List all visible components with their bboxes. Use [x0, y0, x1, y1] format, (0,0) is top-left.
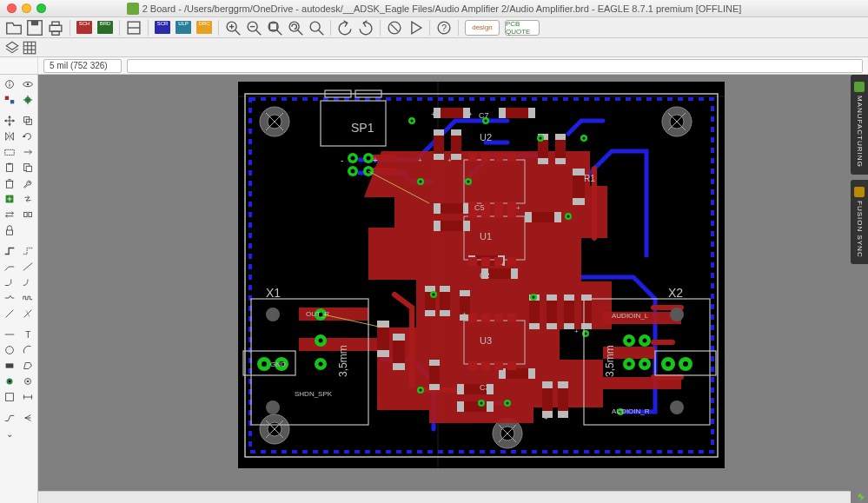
go-button[interactable] — [406, 19, 425, 36]
wire-tool-2[interactable] — [19, 259, 38, 275]
window-close-button[interactable] — [7, 3, 17, 13]
display-tool[interactable] — [0, 92, 19, 108]
manufacturing-tab[interactable]: MANUFACTURING — [851, 75, 868, 175]
svg-rect-132 — [434, 203, 441, 214]
wire-tool[interactable] — [0, 259, 19, 275]
design-link-button[interactable]: design — [465, 20, 500, 36]
lib-button[interactable] — [124, 19, 143, 36]
move-tool[interactable] — [0, 113, 19, 129]
replace-tool[interactable] — [19, 191, 38, 207]
svg-line-18 — [298, 30, 303, 35]
script-button[interactable]: SCR — [153, 19, 172, 36]
rect-tool[interactable] — [0, 358, 19, 374]
window-maximize-button[interactable] — [36, 3, 46, 13]
horizontal-scrollbar[interactable] — [38, 491, 851, 503]
svg-marker-76 — [24, 363, 32, 369]
grid-button[interactable] — [22, 39, 37, 56]
change-tool[interactable] — [19, 144, 38, 160]
undo-button[interactable] — [335, 19, 354, 36]
svg-text:C3: C3 — [480, 383, 490, 392]
rotate-tool[interactable] — [19, 129, 38, 144]
svg-point-263 — [433, 294, 435, 296]
info-tool[interactable] — [0, 76, 19, 92]
smash-tool[interactable] — [19, 222, 38, 238]
mark-tool[interactable] — [19, 92, 38, 108]
line-tool[interactable] — [0, 306, 19, 321]
svg-rect-212 — [494, 314, 503, 322]
svg-rect-54 — [5, 149, 15, 155]
group-tool[interactable] — [0, 144, 19, 160]
svg-rect-58 — [27, 166, 32, 171]
delete-tool[interactable] — [0, 175, 19, 191]
print-button[interactable] — [46, 19, 65, 36]
svg-text:U2: U2 — [480, 132, 492, 142]
mirror-tool[interactable] — [0, 129, 19, 144]
pcb-canvas[interactable]: SP1 U2 U1 U3 C7 C5 C2 C3 R1 X1 X2 OUT_R … — [38, 75, 868, 503]
zoom-fit-button[interactable] — [265, 19, 284, 36]
attribute-tool[interactable] — [0, 389, 19, 405]
text-tool[interactable]: T — [19, 327, 38, 342]
redo-button[interactable] — [356, 19, 375, 36]
via-tool[interactable] — [0, 374, 19, 389]
svg-rect-151 — [440, 310, 450, 316]
zoom-select-button[interactable] — [307, 19, 326, 36]
svg-rect-4 — [52, 31, 59, 35]
zoom-out-button[interactable] — [244, 19, 263, 36]
gateswap-tool[interactable] — [19, 207, 38, 222]
split-tool[interactable] — [0, 290, 19, 306]
svg-rect-199 — [507, 202, 516, 210]
svg-point-231 — [319, 362, 323, 367]
autoroute-tool[interactable] — [0, 410, 19, 426]
brd-button[interactable]: BRD — [96, 19, 115, 36]
svg-rect-169 — [377, 350, 389, 357]
svg-text:?: ? — [441, 23, 447, 33]
svg-point-229 — [319, 339, 323, 343]
help-button[interactable]: ? — [434, 19, 454, 36]
svg-rect-204 — [507, 209, 516, 218]
save-button[interactable] — [25, 19, 44, 36]
ripup-tool[interactable] — [19, 243, 38, 259]
svg-rect-195 — [507, 153, 516, 162]
polygon-tool[interactable] — [19, 358, 38, 374]
svg-line-15 — [277, 30, 282, 35]
stop-button[interactable] — [385, 19, 404, 36]
miter-tool-2[interactable] — [19, 275, 38, 290]
drc-button[interactable]: DRC — [195, 19, 214, 36]
manufacturing-icon — [854, 82, 865, 92]
show-tool[interactable] — [19, 76, 38, 92]
circle-tool[interactable] — [0, 342, 19, 358]
slice-tool[interactable] — [19, 306, 38, 321]
hole-tool[interactable] — [19, 374, 38, 389]
fanout-tool[interactable] — [19, 410, 38, 426]
svg-line-22 — [391, 23, 398, 30]
fusion-sync-tab[interactable]: FUSION SYNC — [851, 180, 868, 265]
svg-text:U3: U3 — [480, 335, 492, 346]
clipboard-tool[interactable] — [19, 160, 38, 175]
paste-tool[interactable] — [0, 160, 19, 175]
pinswap-tool[interactable] — [0, 207, 19, 222]
lock-tool[interactable] — [0, 222, 19, 238]
open-button[interactable] — [4, 19, 23, 36]
svg-point-285 — [670, 308, 684, 321]
svg-line-88 — [26, 418, 31, 421]
ulp-button[interactable]: ULP — [174, 19, 193, 36]
command-input[interactable] — [127, 59, 863, 73]
more-tool[interactable]: ⌄ — [0, 426, 19, 441]
arc-tool[interactable] — [19, 342, 38, 358]
wrench-tool[interactable] — [19, 175, 38, 191]
pcb-quote-button[interactable]: PCB QUOTE — [505, 20, 540, 36]
svg-marker-51 — [10, 133, 14, 141]
add-tool[interactable] — [0, 191, 19, 207]
copy-tool[interactable] — [19, 113, 38, 129]
zoom-in-button[interactable] — [223, 19, 242, 36]
dimension-tool[interactable] — [19, 389, 38, 405]
sch-button[interactable]: SCH — [75, 19, 94, 36]
status-bar: 5 mil (752 326) — [0, 57, 868, 75]
line-draw-tool[interactable] — [0, 327, 19, 342]
zoom-redraw-button[interactable] — [286, 19, 305, 36]
layers-button[interactable] — [4, 39, 20, 56]
window-minimize-button[interactable] — [22, 3, 31, 13]
meander-tool[interactable] — [19, 290, 38, 306]
route-tool[interactable] — [0, 243, 19, 259]
miter-tool[interactable] — [0, 275, 19, 290]
